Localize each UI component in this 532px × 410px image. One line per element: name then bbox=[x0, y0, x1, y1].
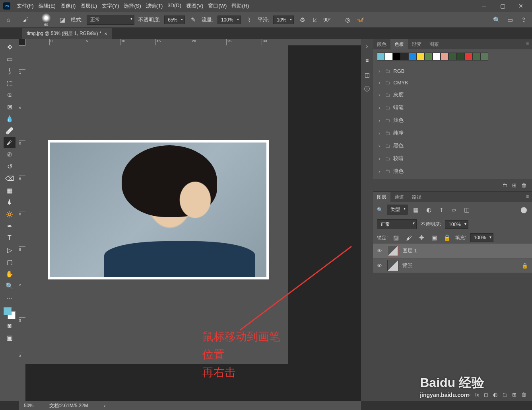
swatch-folder[interactable]: 🗀黑色 bbox=[373, 139, 532, 152]
blend-mode-dropdown[interactable]: 正常 bbox=[377, 219, 417, 229]
lock-all-icon[interactable]: 🔒 bbox=[443, 233, 451, 242]
canvas-background[interactable]: 鼠标移动到画笔位置 再右击 bbox=[25, 45, 288, 364]
type-tool[interactable]: T bbox=[4, 232, 16, 244]
status-chevron-icon[interactable]: › bbox=[104, 403, 105, 408]
filter-adjust-icon[interactable]: ◐ bbox=[424, 205, 433, 214]
menu-view[interactable]: 视图(V) bbox=[184, 1, 205, 11]
layer-thumbnail[interactable] bbox=[387, 245, 398, 256]
angle-input[interactable] bbox=[323, 17, 339, 23]
properties-panel-icon[interactable]: ◫ bbox=[363, 71, 371, 79]
tab-patterns[interactable]: 图案 bbox=[425, 39, 443, 49]
opacity-dropdown[interactable]: 65% bbox=[164, 16, 185, 24]
swatch[interactable] bbox=[472, 53, 480, 61]
layer-style-icon[interactable]: fx bbox=[475, 392, 479, 398]
lock-pixels-icon[interactable]: 🖌 bbox=[404, 233, 413, 242]
gradient-tool[interactable]: ▦ bbox=[4, 185, 16, 196]
adjustment-layer-icon[interactable]: ◐ bbox=[493, 392, 497, 398]
swatch-folder[interactable]: 🗀浅色 bbox=[373, 114, 532, 127]
menu-filter[interactable]: 滤镜(T) bbox=[144, 1, 165, 11]
lock-transparency-icon[interactable]: ▨ bbox=[392, 233, 400, 242]
healing-brush-tool[interactable]: 🩹 bbox=[4, 125, 16, 136]
menu-image[interactable]: 图像(I) bbox=[59, 1, 77, 11]
tab-gradients[interactable]: 渐变 bbox=[408, 39, 425, 49]
crop-tool[interactable]: ⟃ bbox=[4, 89, 16, 100]
visibility-icon[interactable]: 👁 bbox=[377, 263, 383, 269]
edit-toolbar-icon[interactable]: ⋯ bbox=[4, 292, 16, 303]
swatch-folder[interactable]: 🗀灰度 bbox=[373, 88, 532, 101]
new-swatch-icon[interactable]: ⊞ bbox=[512, 182, 516, 188]
menu-edit[interactable]: 编辑(E) bbox=[37, 1, 57, 11]
swatch[interactable] bbox=[441, 53, 449, 61]
menu-file[interactable]: 文件(F) bbox=[15, 1, 35, 11]
menu-window[interactable]: 窗口(W) bbox=[206, 1, 228, 11]
swatch[interactable] bbox=[433, 53, 441, 61]
close-tab-icon[interactable]: × bbox=[105, 31, 107, 37]
swatch[interactable] bbox=[409, 53, 417, 61]
home-icon[interactable]: ⌂ bbox=[4, 16, 13, 24]
workspace-icon[interactable]: ▭ bbox=[506, 16, 515, 24]
layer-thumbnail[interactable] bbox=[387, 260, 398, 271]
mode-dropdown[interactable]: 正常 bbox=[87, 15, 134, 25]
airbrush-icon[interactable]: ⌇ bbox=[245, 16, 254, 24]
layers-panel-menu-icon[interactable]: ≡ bbox=[523, 192, 532, 202]
filter-type-icon[interactable]: T bbox=[437, 205, 446, 214]
layer-item[interactable]: 👁图层 1 bbox=[373, 244, 532, 258]
eraser-tool[interactable]: ⌫ bbox=[4, 173, 16, 184]
tool-preset-icon[interactable]: 🖌 bbox=[21, 16, 30, 24]
screen-mode-icon[interactable]: ▣ bbox=[4, 332, 16, 343]
share-icon[interactable]: ⇪ bbox=[519, 16, 528, 24]
panel-menu-icon[interactable]: ≡ bbox=[523, 39, 532, 49]
document-canvas[interactable] bbox=[48, 140, 269, 279]
delete-swatch-icon[interactable]: 🗑 bbox=[521, 182, 526, 188]
brush-preview[interactable]: 60 bbox=[38, 13, 54, 27]
brush-panel-icon[interactable]: ◪ bbox=[58, 16, 67, 24]
swatch-folder[interactable]: 🗀较暗 bbox=[373, 152, 532, 165]
marquee-tool[interactable]: ▭ bbox=[4, 53, 16, 64]
swatch[interactable] bbox=[464, 53, 472, 61]
shape-tool[interactable]: ▢ bbox=[4, 256, 16, 267]
lock-position-icon[interactable]: ✥ bbox=[417, 233, 426, 242]
swatch[interactable] bbox=[425, 53, 433, 61]
horizontal-ruler[interactable]: 051015202530 bbox=[25, 39, 361, 45]
move-tool[interactable]: ✥ bbox=[4, 41, 16, 53]
path-select-tool[interactable]: ▷ bbox=[4, 244, 16, 256]
visibility-icon[interactable]: 👁 bbox=[377, 248, 383, 254]
filter-type-dropdown[interactable]: 类型 bbox=[387, 205, 408, 215]
eyedropper-tool[interactable]: 💧 bbox=[4, 113, 16, 124]
layer-mask-icon[interactable]: ◻ bbox=[484, 392, 488, 398]
search-icon[interactable]: 🔍 bbox=[492, 16, 501, 24]
vertical-ruler[interactable]: 150505253 bbox=[19, 45, 25, 401]
swatch[interactable] bbox=[401, 53, 409, 61]
link-layers-icon[interactable]: ⚯ bbox=[466, 392, 470, 398]
swatch[interactable] bbox=[480, 53, 488, 61]
tab-layers[interactable]: 图层 bbox=[373, 192, 390, 202]
pen-tool[interactable]: ✒ bbox=[4, 221, 16, 232]
new-group-layer-icon[interactable]: 🗀 bbox=[502, 392, 507, 398]
filter-smart-icon[interactable]: ◫ bbox=[462, 205, 471, 214]
layer-opacity-dropdown[interactable]: 100% bbox=[445, 220, 468, 229]
swatch-folder[interactable]: 🗀CMYK bbox=[373, 77, 532, 88]
doc-info[interactable]: 文档:2.61M/5.22M bbox=[49, 402, 88, 409]
zoom-tool[interactable]: 🔍 bbox=[4, 280, 16, 291]
hand-tool[interactable]: ✋ bbox=[4, 268, 16, 279]
swatch[interactable] bbox=[385, 53, 393, 61]
layer-name[interactable]: 图层 1 bbox=[402, 247, 417, 254]
color-swatches[interactable] bbox=[4, 307, 16, 319]
swatch-folder[interactable]: 🗀RGB bbox=[373, 65, 532, 77]
dodge-tool[interactable]: 🔅 bbox=[4, 209, 16, 220]
document-tab[interactable]: timg.jpg @ 50% (图层 1, RGB/8#) * × bbox=[22, 28, 112, 39]
tab-channels[interactable]: 通道 bbox=[390, 192, 408, 202]
filter-shape-icon[interactable]: ▱ bbox=[450, 205, 458, 214]
quick-select-tool[interactable]: ⬚ bbox=[4, 77, 16, 88]
history-brush-tool[interactable]: ↺ bbox=[4, 161, 16, 172]
dock-expand-icon[interactable]: › bbox=[363, 42, 371, 50]
menu-help[interactable]: 帮助(H) bbox=[230, 1, 250, 11]
zoom-level[interactable]: 50% bbox=[24, 403, 33, 408]
frame-tool[interactable]: ⊠ bbox=[4, 101, 16, 112]
menu-layer[interactable]: 图层(L) bbox=[79, 1, 99, 11]
layer-name[interactable]: 背景 bbox=[402, 262, 413, 269]
swatch[interactable] bbox=[456, 53, 464, 61]
smoothing-options-icon[interactable]: ⚙ bbox=[298, 16, 307, 24]
pressure-opacity-icon[interactable]: ✎ bbox=[189, 16, 198, 24]
foreground-color[interactable] bbox=[4, 307, 12, 315]
